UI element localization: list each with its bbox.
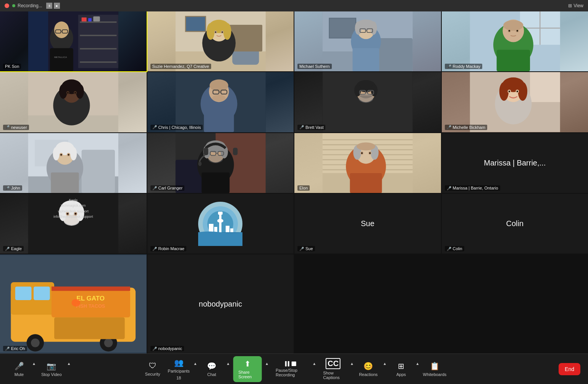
mute-chevron[interactable]: ▲ [32,362,36,376]
chat-chevron[interactable]: ▲ [226,362,230,376]
tile-colin[interactable]: Colin 🎤 Colin [442,194,588,254]
toolbar-left: 🎤 Mute ▲ 📷 Stop Video ▲ [8,359,71,379]
robin-mute-icon: 🎤 [152,247,157,251]
eagle-info: Eagletechmagick.comwphelpdesk.supportinf… [4,198,143,220]
svg-rect-2 [78,15,118,68]
pk-son-video: METALLICA [0,11,147,71]
stop-recording-btn[interactable]: ■ [54,3,60,9]
pause-record-button[interactable]: Pause/Stop Recording [272,359,309,379]
michael-label: Michael Suthern [297,64,332,69]
svg-rect-125 [233,148,237,155]
svg-rect-4 [80,35,116,36]
suzie-name: Suzie Hernandez, Q7 Creative [152,64,209,69]
tile-john[interactable]: 🎤 John [0,133,147,193]
tile-carl[interactable]: 🎤 Carl Granger [147,133,294,193]
tile-eagle[interactable]: Eagletechmagick.comwphelpdesk.supportinf… [0,194,147,254]
svg-point-145 [357,142,375,150]
eagle-text-overlay: Eagletechmagick.comwphelpdesk.supportinf… [4,198,143,220]
roddy-video [442,11,588,71]
tile-nobodypanic[interactable]: nobodypanic 🎤 nobodypanic [147,254,294,353]
svg-point-66 [67,92,68,93]
view-button[interactable]: ⊞ View [568,3,583,8]
colin-mute-icon: 🎤 [447,247,451,251]
svg-point-149 [369,152,371,154]
svg-point-109 [53,147,59,160]
recording-dot [12,4,15,7]
apps-button[interactable]: ⊞ Apps [390,359,413,379]
share-screen-button[interactable]: ⬆ Share Screen [233,356,262,382]
tile-marissa[interactable]: Marissa | Barrie,... 🎤 Marissa | Barrie,… [442,133,588,193]
tile-brett[interactable]: 🎤 Brett Vast [294,72,441,132]
sue-label: 🎤 Sue [297,246,315,251]
nobodypanic-name: nobodypanic [158,346,182,351]
tile-michael[interactable]: Michael Suthern [294,11,441,71]
captions-chevron[interactable]: ▲ [350,362,354,376]
svg-rect-3 [80,21,116,22]
recording-controls[interactable]: ⏸ ■ [46,3,60,9]
stop-video-button[interactable]: 📷 Stop Video [37,359,66,379]
brett-name: Brett Vast [305,125,323,130]
svg-rect-186 [52,287,130,291]
michael-video [294,11,441,71]
tile-michelle[interactable]: 🎤 Michelle Bickham [442,72,588,132]
svg-rect-91 [530,72,560,102]
chat-icon: 💬 [207,362,216,371]
michelle-video [442,72,588,132]
tile-roddy[interactable]: 🎤 Roddy Mackay [442,11,588,71]
robin-name: Robin Macrae [158,246,184,251]
svg-rect-104 [82,149,115,193]
tile-suzie[interactable]: Suzie Hernandez, Q7 Creative [147,11,294,71]
tile-eric[interactable]: EL GATO FISH TACOS 🎤 Eric Oh [0,254,147,353]
svg-point-72 [209,80,228,92]
newuser-name: newuser [11,125,27,130]
svg-rect-17 [28,11,48,71]
traffic-light-red[interactable] [5,3,9,8]
brett-mute-icon: 🎤 [299,125,304,129]
tile-pk-son[interactable]: METALLICA PK Son [0,11,147,71]
nobodypanic-mute-icon: 🎤 [152,347,157,351]
svg-point-185 [71,299,80,307]
end-button[interactable]: End [559,363,580,375]
view-label: View [573,3,583,8]
tile-sue[interactable]: Sue 🎤 Sue [294,194,441,254]
pause-recording-btn[interactable]: ⏸ [46,3,52,9]
svg-rect-176 [15,287,32,300]
share-screen-label: Share Screen [238,370,257,379]
reactions-button[interactable]: 😊 Reactions [357,359,380,379]
svg-point-130 [208,155,223,163]
chat-button[interactable]: 💬 Chat [200,359,223,379]
participants-chevron[interactable]: ▲ [194,362,197,376]
robin-label: 🎤 Robin Macrae [150,246,186,251]
pause-record-chevron[interactable]: ▲ [312,362,316,376]
chris-label: 🎤 Chris | Chicago, Illinois [150,125,203,130]
michelle-mute-icon: 🎤 [447,125,451,129]
video-chevron[interactable]: ▲ [67,362,71,376]
eagle-name: Eagle [11,246,22,251]
svg-rect-166 [218,212,223,215]
tile-chris[interactable]: 🎤 Chris | Chicago, Illinois [147,72,294,132]
participants-button[interactable]: 👥 Participants 18 [167,356,191,382]
whiteboards-button[interactable]: 📋 Whiteboards [422,359,447,379]
tile-newuser[interactable]: 🎤 newuser [0,72,147,132]
suzie-video [147,11,294,71]
tile-robin[interactable]: 🎤 Robin Macrae [147,194,294,254]
whiteboards-label: Whiteboards [423,372,447,377]
security-button[interactable]: 🛡 Security [141,359,164,379]
reactions-chevron[interactable]: ▲ [383,362,387,376]
security-label: Security [145,372,160,376]
show-captions-button[interactable]: CC Show Captions [319,356,347,382]
eagle-mute-icon: 🎤 [5,247,10,251]
tile-elon[interactable]: Elon [294,133,441,193]
mute-button[interactable]: 🎤 Mute [8,359,31,379]
svg-point-31 [221,31,223,32]
show-captions-label: Show Captions [323,371,343,380]
roddy-name: Roddy Mackay [453,64,481,69]
apps-chevron[interactable]: ▲ [416,362,420,376]
svg-point-110 [70,147,77,160]
svg-point-167 [217,219,223,223]
pause-record-icon [285,361,296,366]
share-screen-chevron[interactable]: ▲ [265,362,269,376]
robin-logo [197,201,243,247]
elon-label: Elon [297,185,310,191]
svg-rect-6 [80,61,116,63]
